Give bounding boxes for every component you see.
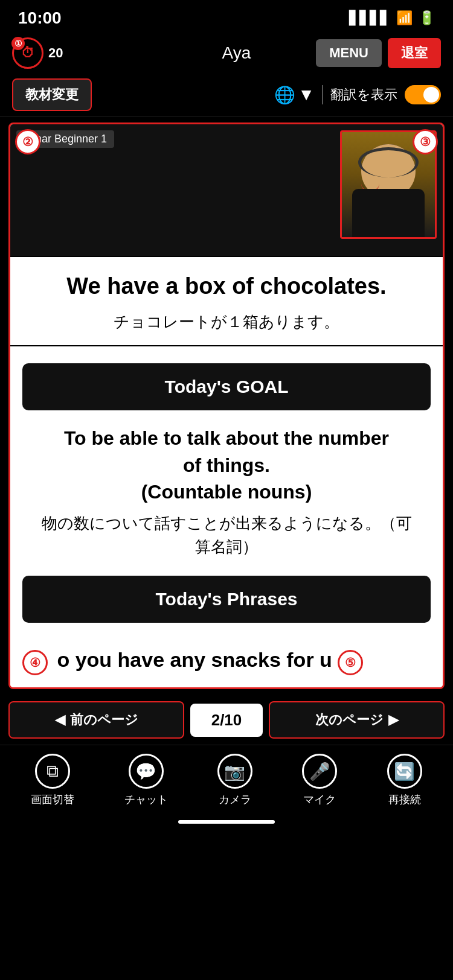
signal-icon: ▋▋▋▋ xyxy=(349,10,390,26)
status-icons: ▋▋▋▋ 📶 🔋 xyxy=(349,10,435,26)
status-time: 10:00 xyxy=(18,8,62,28)
page-indicator: 2/10 xyxy=(190,704,263,737)
timer-badge-1: ① xyxy=(11,37,25,50)
nav-reconnect[interactable]: 🔄 再接続 xyxy=(387,754,422,807)
microphone-label: マイク xyxy=(303,792,336,807)
divider xyxy=(322,85,323,104)
goal-text-japanese: 物の数について話すことが出来るようになる。（可算名詞） xyxy=(22,512,431,559)
badge-3: ③ xyxy=(413,129,438,154)
main-content: ② mmar Beginner 1 ③ We have a box of cho… xyxy=(8,122,445,689)
user-name: Aya xyxy=(222,43,251,62)
microphone-icon: 🎤 xyxy=(302,754,337,789)
timer-value: 20 xyxy=(48,45,63,61)
home-bar xyxy=(178,820,275,824)
next-arrow-icon: ▶ xyxy=(388,712,399,728)
next-page-button[interactable]: 次のページ ▶ xyxy=(269,701,445,739)
pagination: ◀ 前のページ 2/10 次のページ ▶ xyxy=(0,695,453,745)
prev-page-label: 前のページ xyxy=(70,711,138,729)
camera-icon: 📷 xyxy=(217,754,252,789)
prev-arrow-icon: ◀ xyxy=(55,712,65,728)
next-page-label: 次のページ xyxy=(315,711,384,729)
phrase-preview-text: o you have any snacks for u xyxy=(57,648,332,671)
goal-text-english: To be able to talk about the numberof th… xyxy=(22,425,431,506)
toolbar-right: 🌐 ▼ 翻訳を表示 xyxy=(274,85,441,105)
nav-camera[interactable]: 📷 カメラ xyxy=(217,754,252,807)
video-section: ② mmar Beginner 1 ③ xyxy=(10,124,443,257)
badge-5: ⑤ xyxy=(338,650,363,675)
exit-button[interactable]: 退室 xyxy=(388,38,441,68)
prev-page-button[interactable]: ◀ 前のページ xyxy=(8,701,184,739)
goal-button[interactable]: Today's GOAL xyxy=(22,363,431,410)
headset-icon xyxy=(358,147,419,177)
sentence-section: We have a box of chocolates. チョコレートが１箱あり… xyxy=(10,257,443,346)
battery-icon: 🔋 xyxy=(419,10,435,26)
language-button[interactable]: 🌐 ▼ xyxy=(274,85,315,105)
timer-circle: ① ⏱ xyxy=(12,37,43,69)
nav-chat[interactable]: 💬 チャット xyxy=(124,754,168,807)
sentence-english: We have a box of chocolates. xyxy=(28,272,425,301)
material-change-button[interactable]: 教材変更 xyxy=(12,78,92,111)
toggle-knob xyxy=(423,87,439,103)
phrase-preview: ④ o you have any snacks for u ⑤ xyxy=(22,640,431,687)
header-left: ① ⏱ 20 xyxy=(12,37,157,69)
header-right: MENU 退室 xyxy=(316,38,441,68)
reconnect-icon: 🔄 xyxy=(387,754,422,789)
bottom-nav: ⧉ 画面切替 💬 チャット 📷 カメラ 🎤 マイク 🔄 再接続 xyxy=(0,745,453,813)
chat-icon: 💬 xyxy=(129,754,164,789)
screen-switch-icon: ⧉ xyxy=(35,754,70,789)
lesson-body: Today's GOAL To be able to talk about th… xyxy=(10,346,443,687)
chat-label: チャット xyxy=(124,792,168,807)
status-bar: 10:00 ▋▋▋▋ 📶 🔋 xyxy=(0,0,453,33)
nav-screen-switch[interactable]: ⧉ 画面切替 xyxy=(31,754,74,807)
toolbar: 教材変更 🌐 ▼ 翻訳を表示 xyxy=(0,74,453,116)
camera-label: カメラ xyxy=(219,792,251,807)
badge-2: ② xyxy=(15,129,40,154)
header-center: Aya xyxy=(164,43,309,63)
menu-button[interactable]: MENU xyxy=(316,39,382,67)
dropdown-icon: ▼ xyxy=(298,85,315,104)
wifi-icon: 📶 xyxy=(396,10,413,26)
reconnect-label: 再接続 xyxy=(388,792,421,807)
screen-switch-label: 画面切替 xyxy=(31,792,74,807)
sentence-japanese: チョコレートが１箱あります。 xyxy=(28,311,425,332)
translation-label: 翻訳を表示 xyxy=(330,86,397,104)
teacher-body xyxy=(352,189,425,237)
nav-microphone[interactable]: 🎤 マイク xyxy=(302,754,337,807)
badge-4: ④ xyxy=(22,650,48,675)
header: ① ⏱ 20 Aya MENU 退室 xyxy=(0,33,453,74)
globe-icon: 🌐 xyxy=(274,85,295,105)
phrases-button[interactable]: Today's Phrases xyxy=(22,576,431,623)
translation-toggle[interactable] xyxy=(405,85,441,104)
home-indicator xyxy=(0,813,453,836)
